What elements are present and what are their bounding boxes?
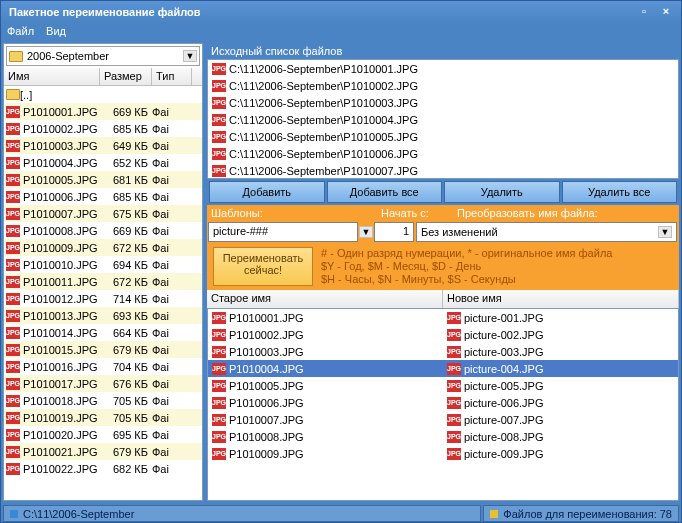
jpg-icon: JPG	[6, 327, 20, 339]
jpg-icon: JPG	[212, 363, 226, 375]
jpg-icon: JPG	[6, 225, 20, 237]
file-row[interactable]: JPGP1010018.JPG705 КБФаі	[4, 392, 202, 409]
jpg-icon: JPG	[6, 259, 20, 271]
file-row[interactable]: JPGP1010003.JPG649 КБФаі	[4, 137, 202, 154]
source-row[interactable]: JPGC:\11\2006-September\P1010005.JPG	[208, 128, 678, 145]
file-row[interactable]: JPGP1010011.JPG672 КБФаі	[4, 273, 202, 290]
preview-row[interactable]: JPGP1010004.JPGJPGpicture-004.JPG	[208, 360, 678, 377]
jpg-icon: JPG	[6, 429, 20, 441]
preview-row[interactable]: JPGP1010008.JPGJPGpicture-008.JPG	[208, 428, 678, 445]
jpg-icon: JPG	[212, 80, 226, 92]
start-input[interactable]: 1	[374, 222, 414, 242]
source-row[interactable]: JPGC:\11\2006-September\P1010006.JPG	[208, 145, 678, 162]
jpg-icon: JPG	[6, 412, 20, 424]
preview-row[interactable]: JPGP1010009.JPGJPGpicture-009.JPG	[208, 445, 678, 462]
file-row[interactable]: JPGP1010019.JPG705 КБФаі	[4, 409, 202, 426]
menu-file[interactable]: Файл	[7, 25, 34, 39]
jpg-icon: JPG	[447, 329, 461, 341]
preview-list[interactable]: JPGP1010001.JPGJPGpicture-001.JPGJPGP101…	[207, 308, 679, 501]
rename-button[interactable]: Переименовать сейчас!	[213, 247, 313, 286]
col-size[interactable]: Размер	[100, 68, 152, 85]
transform-select[interactable]: Без изменений ▼	[416, 222, 677, 242]
template-dropdown-icon[interactable]: ▼	[359, 226, 373, 238]
statusbar: C:\11\2006-September Файлов для переимен…	[1, 503, 681, 523]
square-icon	[490, 510, 498, 518]
folder-combo[interactable]: 2006-September ▼	[6, 46, 200, 66]
jpg-icon: JPG	[6, 293, 20, 305]
status-path: C:\11\2006-September	[3, 505, 481, 522]
transform-dropdown-icon[interactable]: ▼	[658, 226, 672, 238]
jpg-icon: JPG	[6, 174, 20, 186]
jpg-icon: JPG	[6, 463, 20, 475]
file-row[interactable]: JPGP1010006.JPG685 КБФаі	[4, 188, 202, 205]
preview-row[interactable]: JPGP1010007.JPGJPGpicture-007.JPG	[208, 411, 678, 428]
jpg-icon: JPG	[6, 395, 20, 407]
delete-all-button[interactable]: Удалить все	[562, 181, 678, 203]
file-row[interactable]: JPGP1010021.JPG679 КБФаі	[4, 443, 202, 460]
jpg-icon: JPG	[212, 380, 226, 392]
add-button[interactable]: Добавить	[209, 181, 325, 203]
jpg-icon: JPG	[212, 165, 226, 177]
source-row[interactable]: JPGC:\11\2006-September\P1010004.JPG	[208, 111, 678, 128]
minimize-icon[interactable]: ▫	[637, 6, 651, 18]
jpg-icon: JPG	[447, 312, 461, 324]
jpg-icon: JPG	[212, 131, 226, 143]
file-row[interactable]: JPGP1010007.JPG675 КБФаі	[4, 205, 202, 222]
preview-row[interactable]: JPGP1010003.JPGJPGpicture-003.JPG	[208, 343, 678, 360]
square-icon	[10, 510, 18, 518]
preview-row[interactable]: JPGP1010001.JPGJPGpicture-001.JPG	[208, 309, 678, 326]
file-row[interactable]: JPGP1010014.JPG664 КБФаі	[4, 324, 202, 341]
jpg-icon: JPG	[6, 378, 20, 390]
preview-row[interactable]: JPGP1010002.JPGJPGpicture-002.JPG	[208, 326, 678, 343]
file-columns: Имя Размер Тип	[4, 68, 202, 86]
add-all-button[interactable]: Добавить все	[327, 181, 443, 203]
file-row[interactable]: JPGP1010009.JPG672 КБФаі	[4, 239, 202, 256]
file-row[interactable]: JPGP1010016.JPG704 КБФаі	[4, 358, 202, 375]
file-row[interactable]: JPGP1010002.JPG685 КБФаі	[4, 120, 202, 137]
source-row[interactable]: JPGC:\11\2006-September\P1010002.JPG	[208, 77, 678, 94]
jpg-icon: JPG	[6, 106, 20, 118]
file-row[interactable]: JPGP1010022.JPG682 КБФаі	[4, 460, 202, 477]
source-row[interactable]: JPGC:\11\2006-September\P1010007.JPG	[208, 162, 678, 179]
hint-line-1: # - Один разряд нумерации, * - оригиналь…	[321, 247, 673, 260]
source-label: Исходный список файлов	[207, 43, 679, 59]
hint-line-3: $H - Часы, $N - Минуты, $S - Секунды	[321, 273, 673, 286]
jpg-icon: JPG	[6, 140, 20, 152]
menu-view[interactable]: Вид	[46, 25, 66, 39]
options-bar: Шаблоны: Начать с: Преобразовать имя фай…	[207, 205, 679, 290]
file-row[interactable]: JPGP1010004.JPG652 КБФаі	[4, 154, 202, 171]
source-list[interactable]: JPGC:\11\2006-September\P1010001.JPGJPGC…	[207, 59, 679, 179]
updir-row[interactable]: [..]	[4, 86, 202, 103]
jpg-icon: JPG	[447, 431, 461, 443]
file-row[interactable]: JPGP1010005.JPG681 КБФаі	[4, 171, 202, 188]
jpg-icon: JPG	[212, 346, 226, 358]
preview-row[interactable]: JPGP1010006.JPGJPGpicture-006.JPG	[208, 394, 678, 411]
titlebar: Пакетное переименование файлов ▫ ×	[1, 1, 681, 23]
col-type[interactable]: Тип	[152, 68, 192, 85]
template-input[interactable]: picture-###	[208, 222, 358, 242]
delete-button[interactable]: Удалить	[444, 181, 560, 203]
file-row[interactable]: JPGP1010012.JPG714 КБФаі	[4, 290, 202, 307]
jpg-icon: JPG	[212, 114, 226, 126]
source-row[interactable]: JPGC:\11\2006-September\P1010003.JPG	[208, 94, 678, 111]
preview-columns: Старое имя Новое имя	[207, 290, 679, 308]
file-row[interactable]: JPGP1010020.JPG695 КБФаі	[4, 426, 202, 443]
chevron-down-icon[interactable]: ▼	[183, 50, 197, 62]
file-row[interactable]: JPGP1010008.JPG669 КБФаі	[4, 222, 202, 239]
close-icon[interactable]: ×	[659, 6, 673, 18]
jpg-icon: JPG	[212, 63, 226, 75]
file-row[interactable]: JPGP1010017.JPG676 КБФаі	[4, 375, 202, 392]
col-new-name[interactable]: Новое имя	[443, 290, 679, 308]
file-row[interactable]: JPGP1010010.JPG694 КБФаі	[4, 256, 202, 273]
col-name[interactable]: Имя	[4, 68, 100, 85]
status-count: Файлов для переименования: 78	[483, 505, 679, 522]
source-row[interactable]: JPGC:\11\2006-September\P1010001.JPG	[208, 60, 678, 77]
start-label: Начать с:	[377, 205, 453, 221]
col-old-name[interactable]: Старое имя	[207, 290, 443, 308]
file-row[interactable]: JPGP1010001.JPG669 КБФаі	[4, 103, 202, 120]
file-row[interactable]: JPGP1010013.JPG693 КБФаі	[4, 307, 202, 324]
file-list[interactable]: [..]JPGP1010001.JPG669 КБФаіJPGP1010002.…	[4, 86, 202, 500]
file-row[interactable]: JPGP1010015.JPG679 КБФаі	[4, 341, 202, 358]
window-title: Пакетное переименование файлов	[9, 6, 201, 18]
preview-row[interactable]: JPGP1010005.JPGJPGpicture-005.JPG	[208, 377, 678, 394]
